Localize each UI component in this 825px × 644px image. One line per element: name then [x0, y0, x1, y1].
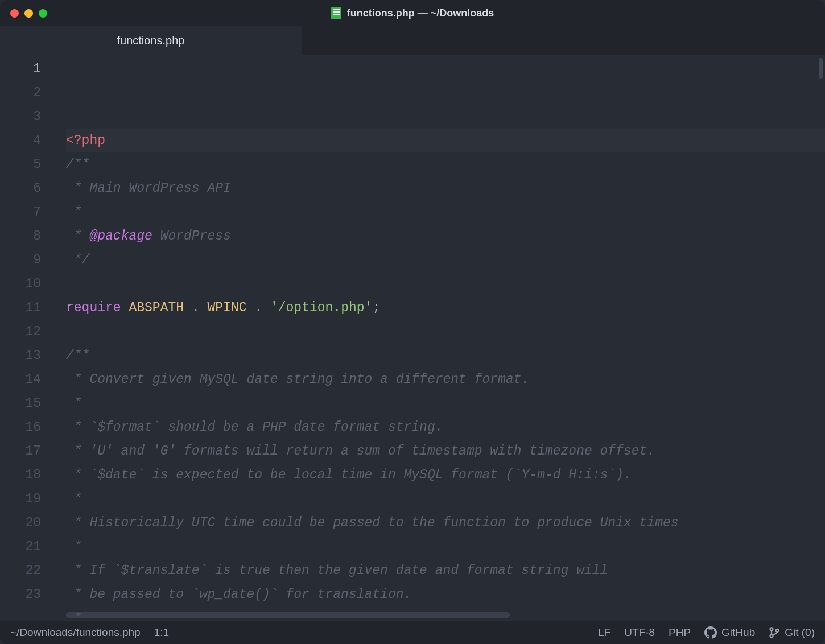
- traffic-lights: [10, 9, 47, 18]
- horizontal-scrollbar-thumb[interactable]: [66, 612, 510, 618]
- status-line-ending[interactable]: LF: [598, 626, 610, 639]
- line-number[interactable]: 17: [0, 439, 55, 463]
- code-line[interactable]: */: [66, 248, 825, 272]
- line-number[interactable]: 23: [0, 583, 55, 606]
- code-line[interactable]: *: [66, 535, 825, 559]
- code-line[interactable]: * Convert given MySQL date string into a…: [66, 368, 825, 391]
- line-number-gutter[interactable]: 1234567891011121314151617181920212223: [0, 55, 55, 621]
- code-line[interactable]: * `$format` should be a PHP date format …: [66, 415, 825, 439]
- status-encoding[interactable]: UTF-8: [624, 626, 655, 639]
- line-number[interactable]: 16: [0, 415, 55, 439]
- code-line[interactable]: /**: [66, 344, 825, 368]
- line-number[interactable]: 14: [0, 368, 55, 391]
- tab-label: functions.php: [117, 34, 185, 47]
- status-filepath[interactable]: ~/Downloads/functions.php: [10, 626, 141, 639]
- line-number[interactable]: 9: [0, 248, 55, 272]
- git-branch-icon: [769, 627, 780, 638]
- line-number[interactable]: 13: [0, 344, 55, 368]
- line-number[interactable]: 4: [0, 129, 55, 152]
- code-line[interactable]: * be passed to `wp_date()` for translati…: [66, 583, 825, 606]
- window-title: functions.php — ~/Downloads: [347, 7, 494, 19]
- status-git[interactable]: Git (0): [769, 626, 815, 639]
- svg-point-0: [770, 628, 773, 630]
- line-number[interactable]: 8: [0, 224, 55, 248]
- line-number[interactable]: 2: [0, 81, 55, 105]
- tabbar: functions.php: [0, 26, 825, 55]
- php-file-icon: [331, 7, 341, 19]
- line-number[interactable]: 22: [0, 559, 55, 583]
- code-line[interactable]: *: [66, 487, 825, 511]
- code-line[interactable]: <?php: [66, 129, 825, 152]
- line-number[interactable]: 18: [0, 463, 55, 487]
- github-icon: [704, 626, 717, 639]
- line-number[interactable]: 5: [0, 152, 55, 176]
- status-language[interactable]: PHP: [669, 626, 691, 639]
- code-line[interactable]: /**: [66, 152, 825, 176]
- vertical-scrollbar-thumb[interactable]: [819, 58, 823, 79]
- code-line[interactable]: require ABSPATH . WPINC . '/option.php';: [66, 296, 825, 320]
- close-window-button[interactable]: [10, 9, 19, 18]
- statusbar: ~/Downloads/functions.php 1:1 LF UTF-8 P…: [0, 621, 825, 644]
- code-line[interactable]: * Main WordPress API: [66, 176, 825, 200]
- line-number[interactable]: 12: [0, 320, 55, 344]
- titlebar[interactable]: functions.php — ~/Downloads: [0, 0, 825, 26]
- line-number[interactable]: 6: [0, 176, 55, 200]
- code-line[interactable]: * `$date` is expected to be local time i…: [66, 463, 825, 487]
- line-number[interactable]: 3: [0, 105, 55, 129]
- line-number[interactable]: 20: [0, 511, 55, 535]
- line-number[interactable]: 7: [0, 200, 55, 224]
- code-line[interactable]: * Historically UTC time could be passed …: [66, 511, 825, 535]
- line-number[interactable]: 19: [0, 487, 55, 511]
- minimize-window-button[interactable]: [24, 9, 33, 18]
- line-number[interactable]: 15: [0, 391, 55, 415]
- code-line[interactable]: [66, 320, 825, 344]
- line-number[interactable]: 1: [0, 57, 55, 81]
- status-github[interactable]: GitHub: [704, 626, 755, 639]
- code-line[interactable]: * @package WordPress: [66, 224, 825, 248]
- editor-pane[interactable]: 1234567891011121314151617181920212223 <?…: [0, 55, 825, 621]
- code-line[interactable]: [66, 272, 825, 296]
- editor-window: functions.php — ~/Downloads functions.ph…: [0, 0, 825, 644]
- status-cursor-position[interactable]: 1:1: [154, 626, 169, 639]
- line-number[interactable]: 10: [0, 272, 55, 296]
- svg-point-2: [776, 629, 779, 632]
- code-line[interactable]: *: [66, 200, 825, 224]
- code-area[interactable]: <?php/** * Main WordPress API * * @packa…: [55, 55, 825, 621]
- code-line[interactable]: *: [66, 391, 825, 415]
- window-title-wrap: functions.php — ~/Downloads: [0, 7, 825, 19]
- code-line[interactable]: * If `$translate` is true then the given…: [66, 559, 825, 583]
- tab-functions-php[interactable]: functions.php: [0, 26, 302, 55]
- code-line[interactable]: * 'U' and 'G' formats will return a sum …: [66, 439, 825, 463]
- svg-point-1: [770, 635, 773, 638]
- line-number[interactable]: 21: [0, 535, 55, 559]
- line-number[interactable]: 11: [0, 296, 55, 320]
- maximize-window-button[interactable]: [39, 9, 47, 18]
